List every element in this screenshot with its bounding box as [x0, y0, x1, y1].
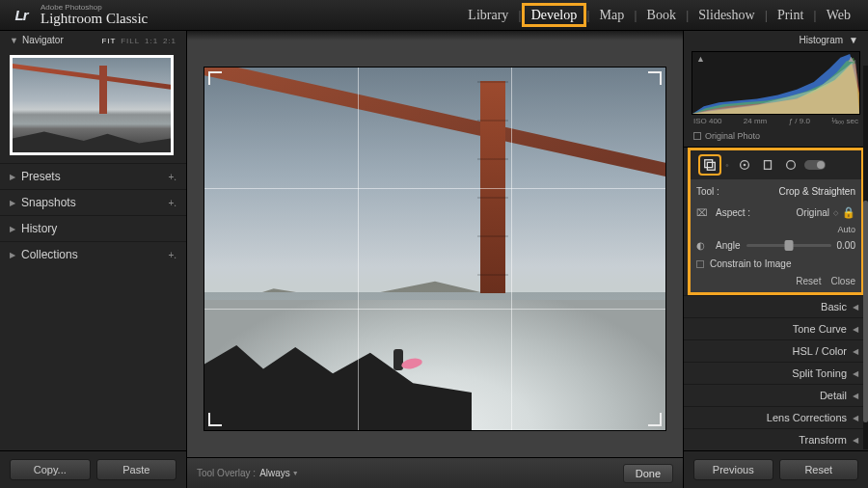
redeye-icon[interactable] — [758, 156, 777, 174]
module-slideshow[interactable]: Slideshow — [689, 3, 764, 27]
checkbox-icon[interactable] — [693, 132, 701, 140]
checkbox-icon[interactable] — [696, 260, 704, 268]
add-icon[interactable]: +. — [168, 250, 176, 260]
reset-button[interactable]: Reset — [779, 459, 859, 480]
panel-hsl-color[interactable]: HSL / Color◀ — [684, 339, 868, 362]
angle-slider[interactable] — [746, 244, 831, 247]
left-footer: Copy... Paste — [0, 450, 186, 488]
svg-rect-4 — [764, 161, 771, 170]
radial-filter-icon[interactable] — [781, 156, 800, 174]
chevron-right-icon: ▶ — [10, 251, 15, 259]
develop-panels: Basic◀ Tone Curve◀ HSL / Color◀ Split To… — [684, 295, 868, 450]
meta-focal: 24 mm — [744, 117, 767, 125]
crop-grid-line — [358, 68, 359, 430]
chevron-left-icon: ◀ — [853, 347, 858, 356]
panel-detail[interactable]: Detail◀ — [684, 384, 868, 406]
crop-close-button[interactable]: Close — [830, 276, 855, 286]
panel-history[interactable]: ▶History — [0, 215, 186, 241]
lr-mark-icon: Lr — [8, 4, 35, 27]
panel-snapshots[interactable]: ▶Snapshots+. — [0, 189, 186, 215]
lock-icon[interactable]: 🔒 — [842, 206, 855, 219]
chevron-left-icon: ◀ — [853, 436, 858, 445]
panel-tone-curve[interactable]: Tone Curve◀ — [684, 317, 868, 339]
image-canvas[interactable] — [204, 68, 665, 430]
svg-point-3 — [744, 164, 746, 167]
chevron-right-icon: ▶ — [10, 173, 15, 181]
navigator-zoom-opts[interactable]: FIT FILL 1:1 2:1 — [99, 35, 176, 45]
navigator-thumbnail[interactable] — [10, 55, 174, 155]
tool-strip: • — [688, 148, 864, 179]
app-root: Lr Adobe Photoshop Lightroom Classic Lib… — [0, 0, 868, 488]
angle-icon[interactable]: ◐ — [696, 240, 710, 251]
chevron-right-icon: ▶ — [10, 199, 15, 207]
spot-removal-icon[interactable] — [735, 156, 754, 174]
crop-handle-tl[interactable] — [208, 71, 222, 85]
right-panel: Histogram ▼ ▲ ▲ ISO 400 24 mm ƒ / 9.0 ¹⁄… — [683, 31, 868, 488]
angle-value[interactable]: 0.00 — [837, 240, 855, 251]
meta-shutter: ¹⁄₂₀₀ sec — [831, 117, 858, 125]
chevron-left-icon: ◀ — [853, 392, 858, 400]
panel-split-toning[interactable]: Split Toning◀ — [684, 362, 868, 384]
chevron-left-icon: ◀ — [853, 303, 858, 312]
crop-handle-bl[interactable] — [208, 413, 222, 426]
app-name-label: Lightroom Classic — [41, 12, 148, 26]
svg-rect-1 — [707, 162, 715, 170]
shadow-clip-icon[interactable]: ▲ — [696, 54, 705, 64]
module-develop[interactable]: Develop — [522, 3, 586, 27]
scrollbar-thumb[interactable] — [863, 201, 868, 422]
crop-handle-br[interactable] — [648, 413, 662, 426]
auto-straighten-button[interactable]: Auto — [837, 225, 855, 234]
crop-handle-tr[interactable] — [648, 71, 662, 85]
module-library[interactable]: Library — [458, 3, 518, 27]
original-photo-toggle[interactable]: Original Photo — [684, 129, 868, 148]
aspect-icon[interactable]: ⌧ — [696, 207, 710, 218]
constrain-label: Constrain to Image — [710, 258, 792, 269]
add-icon[interactable]: +. — [168, 172, 176, 182]
module-web[interactable]: Web — [817, 3, 860, 27]
module-print[interactable]: Print — [768, 3, 813, 27]
navigator-title: Navigator — [22, 35, 64, 45]
add-icon[interactable]: +. — [168, 198, 176, 208]
panel-lens-corrections[interactable]: Lens Corrections◀ — [684, 406, 868, 428]
svg-rect-0 — [705, 160, 713, 168]
panel-basic[interactable]: Basic◀ — [684, 295, 868, 317]
chevron-right-icon: ▶ — [10, 225, 15, 233]
chevron-updown-icon[interactable]: ◇ — [833, 209, 838, 217]
tool-overlay-value[interactable]: Always — [259, 468, 290, 478]
copy-button[interactable]: Copy... — [10, 459, 91, 480]
crop-grid-line — [511, 68, 512, 430]
histogram-title: Histogram — [800, 35, 844, 45]
panel-transform[interactable]: Transform◀ — [684, 428, 868, 450]
module-book[interactable]: Book — [637, 3, 686, 27]
chevron-down-icon[interactable]: ▼ — [292, 470, 299, 476]
chevron-left-icon: ◀ — [853, 325, 858, 334]
histogram[interactable]: ▲ ▲ — [692, 51, 860, 115]
module-picker: Library | Develop | Map | Book | Slidesh… — [458, 3, 860, 27]
aspect-value[interactable]: Original — [797, 207, 829, 218]
left-accordion: ▶Presets+. ▶Snapshots+. ▶History ▶Collec… — [0, 163, 186, 307]
angle-label: Angle — [716, 240, 741, 251]
previous-button[interactable]: Previous — [693, 459, 773, 480]
paste-button[interactable]: Paste — [96, 459, 177, 480]
panel-presets[interactable]: ▶Presets+. — [0, 163, 186, 189]
histogram-header[interactable]: Histogram ▼ — [684, 31, 868, 49]
tool-name: Crop & Straighten — [779, 186, 856, 197]
tool-overlay-label: Tool Overlay : — [197, 468, 256, 478]
highlight-clip-icon[interactable]: ▲ — [847, 54, 855, 64]
tool-label: Tool : — [696, 186, 719, 197]
panel-switch[interactable] — [804, 160, 826, 170]
right-scrollbar[interactable] — [863, 66, 868, 449]
crop-grid-line — [204, 309, 665, 310]
crop-tool-icon[interactable] — [700, 156, 719, 174]
module-map[interactable]: Map — [590, 3, 635, 27]
crop-reset-button[interactable]: Reset — [796, 276, 821, 286]
top-bar: Lr Adobe Photoshop Lightroom Classic Lib… — [0, 0, 868, 31]
panel-collections[interactable]: ▶Collections+. — [0, 241, 186, 267]
histogram-meta: ISO 400 24 mm ƒ / 9.0 ¹⁄₂₀₀ sec — [684, 115, 868, 129]
done-button[interactable]: Done — [623, 464, 673, 483]
navigator-header[interactable]: ▼ Navigator FIT FILL 1:1 2:1 — [0, 31, 186, 49]
histogram-graph — [692, 52, 859, 114]
svg-point-5 — [786, 161, 795, 170]
chevron-down-icon: ▼ — [10, 36, 18, 45]
app-logo: Lr Adobe Photoshop Lightroom Classic — [8, 4, 148, 27]
